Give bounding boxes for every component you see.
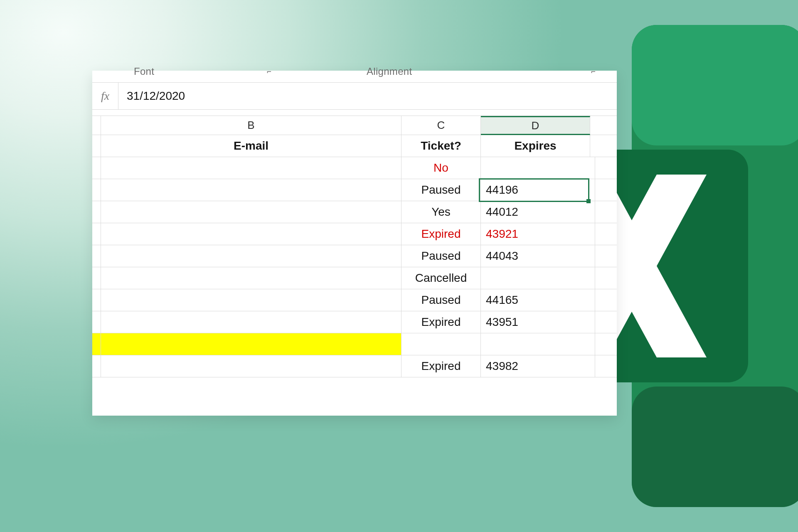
cell[interactable] (101, 267, 401, 289)
ribbon-group-font-label: Font (134, 66, 154, 77)
cell[interactable] (92, 223, 101, 245)
cell[interactable]: Paused (401, 289, 481, 311)
spreadsheet-grid[interactable]: B C D E-mailTicket?ExpiresNoPaused44196Y… (92, 116, 617, 377)
table-row: No (92, 157, 617, 179)
fx-icon[interactable]: fx (92, 83, 118, 109)
cell[interactable] (481, 267, 595, 289)
cell[interactable] (92, 245, 101, 267)
cell[interactable]: Cancelled (401, 267, 481, 289)
table-row: Paused44196 (92, 179, 617, 201)
cell[interactable] (101, 289, 401, 311)
cell[interactable]: Yes (401, 201, 481, 223)
cell[interactable] (481, 333, 595, 355)
cell[interactable] (92, 157, 101, 179)
dialog-launcher-icon[interactable]: ⌐ (267, 67, 271, 76)
cell[interactable]: 44012 (481, 201, 595, 223)
cell[interactable] (595, 289, 617, 311)
cell[interactable]: 43951 (481, 311, 595, 333)
cell[interactable] (101, 355, 401, 377)
cell[interactable] (595, 157, 617, 179)
cell[interactable]: No (401, 157, 481, 179)
col-header-e[interactable] (590, 116, 617, 135)
cell[interactable]: 43982 (481, 355, 595, 377)
cell[interactable]: 44165 (481, 289, 595, 311)
header-row: E-mailTicket?Expires (92, 135, 617, 157)
cell[interactable]: Paused (401, 245, 481, 267)
cell[interactable]: 43921 (481, 223, 595, 245)
cell[interactable] (595, 245, 617, 267)
excel-window: Font ⌐ Alignment ⌐ fx B C D E-mailTicket… (92, 71, 617, 416)
cell[interactable] (595, 333, 617, 355)
cell[interactable] (92, 333, 101, 355)
column-headers[interactable]: B C D (92, 116, 617, 135)
table-row: Expired43982 (92, 355, 617, 377)
cell[interactable] (101, 201, 401, 223)
cell[interactable]: Expires (481, 135, 590, 157)
cell[interactable] (101, 157, 401, 179)
cell[interactable]: Expired (401, 223, 481, 245)
col-header-d[interactable]: D (481, 116, 590, 135)
cell[interactable]: Paused (401, 179, 481, 201)
formula-input[interactable] (118, 83, 617, 109)
cell[interactable] (101, 223, 401, 245)
ribbon-strip: Font ⌐ Alignment ⌐ (92, 71, 617, 83)
cell[interactable] (92, 179, 101, 201)
cell[interactable]: 44196 (481, 179, 595, 201)
cell[interactable]: Expired (401, 355, 481, 377)
cell[interactable]: E-mail (101, 135, 401, 157)
cell[interactable]: 44043 (481, 245, 595, 267)
svg-rect-1 (632, 25, 798, 145)
cell[interactable] (101, 245, 401, 267)
table-row (92, 333, 617, 355)
table-row: Paused44165 (92, 289, 617, 311)
cell[interactable]: Expired (401, 311, 481, 333)
cell[interactable] (595, 311, 617, 333)
col-header-b[interactable]: B (101, 116, 401, 135)
cell[interactable] (92, 311, 101, 333)
cell[interactable] (92, 201, 101, 223)
table-row: Yes44012 (92, 201, 617, 223)
cell[interactable]: Ticket? (401, 135, 481, 157)
cell[interactable] (101, 179, 401, 201)
dialog-launcher-icon[interactable]: ⌐ (591, 67, 596, 76)
cell[interactable] (101, 311, 401, 333)
table-row: Paused44043 (92, 245, 617, 267)
cell[interactable] (92, 267, 101, 289)
table-row: Cancelled (92, 267, 617, 289)
cell[interactable] (92, 355, 101, 377)
ribbon-group-alignment-label: Alignment (367, 66, 412, 77)
table-row: Expired43921 (92, 223, 617, 245)
cell[interactable] (595, 267, 617, 289)
cell[interactable] (481, 157, 595, 179)
cell[interactable] (595, 179, 617, 201)
cell[interactable] (590, 135, 617, 157)
col-header-c[interactable]: C (401, 116, 481, 135)
svg-rect-2 (632, 387, 798, 507)
col-header-a[interactable] (92, 116, 101, 135)
cell[interactable] (92, 135, 101, 157)
cell[interactable] (595, 355, 617, 377)
cell[interactable] (92, 289, 101, 311)
formula-bar: fx (92, 83, 617, 110)
cell[interactable] (595, 223, 617, 245)
cell[interactable] (101, 333, 401, 355)
spacer (92, 110, 617, 116)
table-row: Expired43951 (92, 311, 617, 333)
cell[interactable] (401, 333, 481, 355)
cell[interactable] (595, 201, 617, 223)
